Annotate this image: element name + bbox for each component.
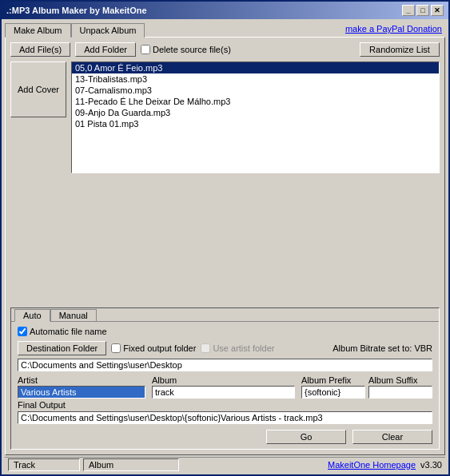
add-files-button[interactable]: Add File(s) [10,42,70,57]
bitrate-label: Album Bitrate set to: VBR [333,343,432,353]
fields-row-combined: Artist Album Album Prefix [18,375,432,399]
close-button[interactable]: ✕ [431,5,444,16]
tab-manual[interactable]: Manual [50,309,97,322]
auto-filename-label: Automatic file name [30,327,107,336]
album-prefix-input[interactable] [301,386,365,399]
fixed-output-label: Fixed output folder [123,343,196,353]
status-link: MakeitOne Homepage v3.30 [328,460,442,470]
use-artist-checkbox-label: Use artist folder [201,343,274,353]
final-output-label: Final Output [18,400,432,410]
delete-source-checkbox[interactable] [141,45,150,54]
main-tabs-bar: Make Album Unpack Album make a PayPal Do… [5,22,445,37]
sub-panel-content: Automatic file name Destination Folder F… [11,321,439,449]
action-buttons-row: Go Clear [18,430,432,444]
list-item[interactable]: 09-Anjo Da Guarda.mp3 [72,107,439,118]
main-window: .:MP3 Album Maker by MakeitOne _ □ ✕ Mak… [0,0,450,476]
suffix-group: Album Suffix [368,375,432,399]
paypal-link[interactable]: make a PayPal Donation [345,24,442,34]
right-fields: Album Prefix Album Suffix [301,375,432,399]
main-panel: Add File(s) Add Folder Delete source fil… [5,37,445,455]
clear-button[interactable]: Clear [352,430,432,444]
randomize-button[interactable]: Randomize List [360,42,440,57]
file-area: Add Cover 05,0 Amor É Feio.mp3 13-Tribal… [10,61,440,303]
status-track: Track [8,458,80,471]
album-label-status: Album [89,460,113,470]
window-content: Make Album Unpack Album make a PayPal Do… [2,19,448,474]
prefix-suffix-inline: Album Prefix Album Suffix [301,375,432,399]
title-bar: .:MP3 Album Maker by MakeitOne _ □ ✕ [2,2,448,19]
prefix-group: Album Prefix [301,375,365,399]
fixed-output-checkbox-label[interactable]: Fixed output folder [111,343,196,353]
dest-path-input[interactable] [18,359,432,371]
auto-check-row: Automatic file name [18,327,432,336]
list-item[interactable]: 13-Tribalistas.mp3 [72,73,439,85]
album-suffix-label: Album Suffix [368,375,432,385]
main-tabs-left: Make Album Unpack Album [5,22,145,37]
fixed-output-checkbox[interactable] [111,343,121,353]
homepage-link[interactable]: MakeitOne Homepage [328,460,416,470]
dest-folder-button[interactable]: Destination Folder [18,341,106,355]
maximize-button[interactable]: □ [416,5,429,16]
delete-source-checkbox-label[interactable]: Delete source file(s) [141,45,231,54]
dest-row: Destination Folder Fixed output folder U… [18,341,432,355]
album-label: Album [152,375,295,385]
tab-unpack-album[interactable]: Unpack Album [71,23,145,38]
title-bar-controls: _ □ ✕ [402,5,444,16]
album-prefix-label: Album Prefix [301,375,365,385]
tab-make-album[interactable]: Make Album [5,23,71,38]
go-button[interactable]: Go [266,430,346,444]
artist-group: Artist [18,375,145,399]
use-artist-label: Use artist folder [213,343,274,353]
sub-tabs: Auto Manual [14,308,439,321]
tab-auto[interactable]: Auto [14,309,50,322]
album-suffix-input[interactable] [368,386,432,399]
minimize-button[interactable]: _ [402,5,415,16]
status-bar: Track Album MakeitOne Homepage v3.30 [5,457,445,471]
delete-source-label: Delete source file(s) [153,45,231,54]
list-item[interactable]: 05,0 Amor É Feio.mp3 [72,62,439,73]
version-text: v3.30 [420,460,442,470]
window-title: .:MP3 Album Maker by MakeitOne [6,6,147,15]
status-album: Album [83,458,179,471]
artist-input[interactable] [18,386,145,399]
album-input[interactable] [152,386,295,399]
auto-filename-checkbox[interactable] [18,327,27,336]
add-folder-button[interactable]: Add Folder [75,42,136,57]
track-label: Track [14,460,35,470]
list-item[interactable]: 01 Pista 01.mp3 [72,118,439,129]
toolbar-row: Add File(s) Add Folder Delete source fil… [10,42,440,57]
artist-label: Artist [18,375,145,385]
list-item[interactable]: 07-Carnalismo.mp3 [72,85,439,96]
list-item[interactable]: 11-Pecado É Lhe Deixar De Málho.mp3 [72,96,439,107]
add-cover-button[interactable]: Add Cover [10,61,66,117]
file-listbox[interactable]: 05,0 Amor É Feio.mp3 13-Tribalistas.mp3 … [71,61,440,173]
bottom-panel: Auto Manual Automatic file name Destinat… [10,307,440,450]
album-group: Album [152,375,295,399]
final-output-input[interactable] [18,411,432,424]
use-artist-checkbox [201,343,210,353]
